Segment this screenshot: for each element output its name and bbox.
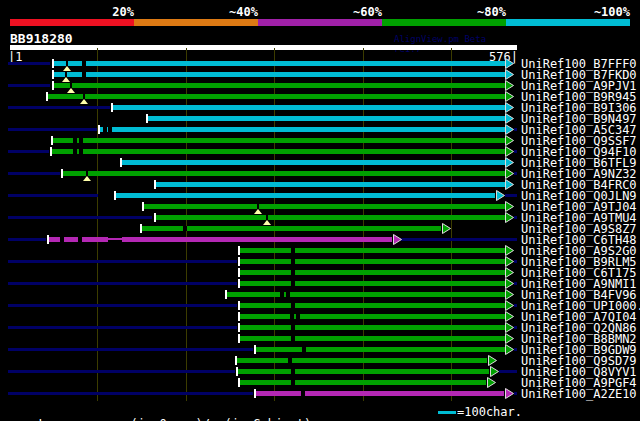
hit-bar[interactable] xyxy=(156,215,505,220)
hit-bar[interactable] xyxy=(240,303,505,308)
alignment-start-tick xyxy=(238,257,240,266)
hit-arrow-icon xyxy=(505,311,515,322)
identity-scale-label: ~80% xyxy=(477,6,506,18)
alignment-start-tick xyxy=(52,59,54,68)
subject-gap-dash xyxy=(296,314,300,319)
alignment-start-tick xyxy=(140,224,142,233)
hit-bar[interactable] xyxy=(116,193,495,198)
hit-bar[interactable] xyxy=(54,61,505,66)
hit-bar[interactable] xyxy=(240,281,505,286)
subject-gap-dash xyxy=(286,292,290,297)
hit-bar[interactable] xyxy=(240,259,505,264)
subject-gap-dash xyxy=(291,325,295,330)
hit-bar[interactable] xyxy=(144,204,505,209)
identity-scale-label: ~40% xyxy=(229,6,258,18)
subject-gap-dash xyxy=(82,61,86,66)
subject-gap-dash xyxy=(290,314,294,319)
alignment-start-tick xyxy=(225,290,227,299)
hit-bar[interactable] xyxy=(148,116,505,121)
hit-arrow-icon xyxy=(505,58,515,69)
subject-backbone-line xyxy=(8,216,152,219)
hit-arrow-icon xyxy=(505,267,515,278)
query-gap-triangle-icon xyxy=(63,66,71,71)
subject-gap-dash xyxy=(291,248,295,253)
subject-gap-dash xyxy=(280,292,284,297)
ruler-100char-line xyxy=(438,411,456,414)
hit-bar[interactable] xyxy=(53,138,505,143)
subject-gap-dash xyxy=(291,336,295,341)
hit-arrow-icon xyxy=(505,124,515,135)
identity-scale-label: ~60% xyxy=(353,6,382,18)
subject-gap-dash xyxy=(82,72,86,77)
hit-bar[interactable] xyxy=(240,380,486,385)
subject-backbone-line xyxy=(8,326,237,329)
hit-bar[interactable] xyxy=(63,171,505,176)
hit-bar[interactable] xyxy=(122,160,505,165)
hit-arrow-icon xyxy=(505,146,515,157)
subject-backbone-line xyxy=(8,128,97,131)
hit-bar[interactable] xyxy=(48,94,505,99)
alignment-start-tick xyxy=(154,213,156,222)
identity-scale-segment xyxy=(134,19,258,26)
hit-bar[interactable] xyxy=(240,314,505,319)
hit-arrow-icon xyxy=(505,322,515,333)
alignment-start-tick xyxy=(238,334,240,343)
hit-arrow-icon xyxy=(505,212,515,223)
alignment-start-tick xyxy=(50,147,52,156)
alignment-start-tick xyxy=(238,378,240,387)
hit-bar[interactable] xyxy=(122,237,392,242)
subject-gap-dash xyxy=(183,226,187,231)
alignment-start-tick xyxy=(238,279,240,288)
subject-gap-dash xyxy=(78,237,82,242)
alignment-start-tick xyxy=(52,81,54,90)
hit-bar[interactable] xyxy=(156,182,505,187)
hit-arrow-icon xyxy=(505,245,515,256)
identity-scale-segment xyxy=(382,19,506,26)
subject-backbone-line xyxy=(8,260,237,263)
hit-arrow-icon xyxy=(505,168,515,179)
subject-gap-dash xyxy=(301,391,305,396)
hit-bar-thin-segment xyxy=(108,238,122,240)
identity-scale-bar xyxy=(10,19,630,26)
alignment-start-tick xyxy=(114,191,116,200)
hit-arrow-icon xyxy=(505,102,515,113)
subject-backbone-line xyxy=(401,238,517,241)
hit-bar[interactable] xyxy=(237,358,487,363)
query-name: BB918280 xyxy=(10,32,73,45)
hit-bar[interactable] xyxy=(54,72,505,77)
hit-arrow-icon xyxy=(505,300,515,311)
subject-gap-dash xyxy=(291,281,295,286)
alignment-start-tick xyxy=(238,268,240,277)
subject-backbone-line xyxy=(8,348,253,351)
hit-label[interactable]: UniRef100_A2ZE10 xyxy=(521,388,637,400)
hit-bar[interactable] xyxy=(54,83,505,88)
subject-backbone-line xyxy=(8,62,50,65)
query-sequence-bar xyxy=(10,45,517,50)
hit-bar[interactable] xyxy=(240,336,505,341)
hit-bar[interactable] xyxy=(100,127,505,132)
hit-bar[interactable] xyxy=(240,248,505,253)
hit-bar[interactable] xyxy=(240,270,505,275)
alignment-start-tick xyxy=(254,345,256,354)
identity-scale-label: ~100% xyxy=(594,6,630,18)
ruler-100char-label: =100char. xyxy=(457,406,522,418)
hit-arrow-icon xyxy=(505,157,515,168)
hit-bar[interactable] xyxy=(113,105,505,110)
legend-text: Large gaps: ▲(in Query)/- (in Subject) xyxy=(24,406,311,421)
query-gap-triangle-icon xyxy=(254,209,262,214)
hit-bar[interactable] xyxy=(227,292,505,297)
subject-gap-dash xyxy=(291,270,295,275)
hit-bar[interactable] xyxy=(256,347,505,352)
hit-arrow-icon xyxy=(505,201,515,212)
hit-bar[interactable] xyxy=(238,369,489,374)
hit-bar[interactable] xyxy=(240,325,505,330)
hit-bar[interactable] xyxy=(256,391,504,396)
hit-bar[interactable] xyxy=(52,149,505,154)
subject-gap-dash xyxy=(291,369,295,374)
subject-gap-dash xyxy=(291,303,295,308)
subject-backbone-line xyxy=(8,150,49,153)
alignment-start-tick xyxy=(47,235,49,244)
query-gap-triangle-icon xyxy=(80,99,88,104)
hit-arrow-icon xyxy=(505,333,515,344)
subject-gap-dash xyxy=(73,138,77,143)
